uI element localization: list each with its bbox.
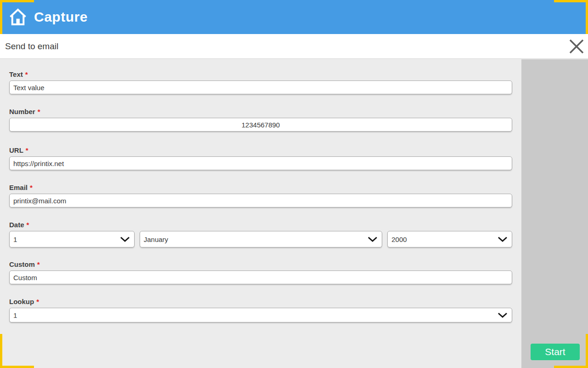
home-icon <box>8 7 28 27</box>
field-date: Date * 1 January <box>9 220 512 247</box>
required-asterisk: * <box>25 70 28 78</box>
app-title: Capture <box>34 9 88 25</box>
field-label-date: Date <box>9 221 24 229</box>
required-asterisk: * <box>36 298 39 305</box>
date-day-select-wrap: 1 <box>9 231 135 247</box>
field-custom: Custom * <box>9 260 512 284</box>
field-label-url: URL <box>9 146 23 154</box>
side-panel: Start <box>521 59 588 368</box>
field-email: Email * <box>9 183 512 207</box>
email-input[interactable] <box>9 194 512 207</box>
field-url: URL * <box>9 146 512 170</box>
main-area: Text * Number * URL * Email * <box>0 59 588 368</box>
required-asterisk: * <box>30 184 33 191</box>
form-panel: Text * Number * URL * Email * <box>0 59 521 368</box>
date-month-select-wrap: January <box>140 231 383 247</box>
number-input[interactable] <box>9 118 512 132</box>
required-asterisk: * <box>37 260 40 268</box>
field-text: Text * <box>9 70 512 94</box>
lookup-select[interactable]: 1 <box>9 308 512 322</box>
date-day-select[interactable]: 1 <box>9 231 135 247</box>
date-year-select[interactable]: 2000 <box>387 231 512 247</box>
field-label-custom: Custom <box>9 260 35 268</box>
url-input[interactable] <box>9 156 512 170</box>
close-button[interactable] <box>569 39 584 54</box>
start-button[interactable]: Start <box>531 344 580 360</box>
field-label-number: Number <box>9 108 35 115</box>
field-label-email: Email <box>9 184 28 191</box>
date-year-select-wrap: 2000 <box>387 231 512 247</box>
field-lookup: Lookup * 1 <box>9 297 512 322</box>
dialog-title-bar: Send to email <box>0 34 588 59</box>
app-header: Capture <box>0 0 588 34</box>
lookup-select-wrap: 1 <box>9 308 512 322</box>
home-button[interactable] <box>8 7 28 27</box>
field-label-lookup: Lookup <box>9 298 34 305</box>
text-input[interactable] <box>9 80 512 94</box>
close-icon <box>569 39 584 54</box>
dialog-title: Send to email <box>5 41 58 52</box>
required-asterisk: * <box>26 146 28 154</box>
field-label-text: Text <box>9 70 23 78</box>
required-asterisk: * <box>27 221 29 229</box>
field-number: Number * <box>9 107 512 132</box>
date-month-select[interactable]: January <box>140 231 383 247</box>
custom-input[interactable] <box>9 270 512 284</box>
required-asterisk: * <box>38 108 40 115</box>
